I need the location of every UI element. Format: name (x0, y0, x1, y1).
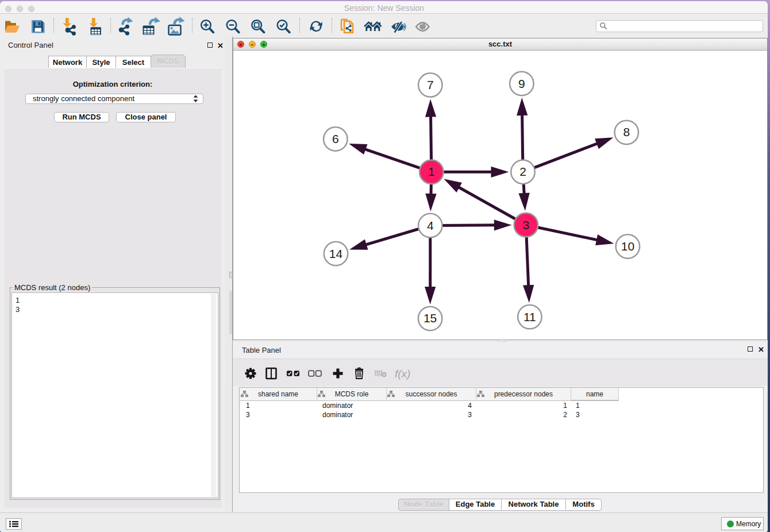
svg-text:1: 1 (428, 165, 435, 178)
svg-text:f(x): f(x) (395, 368, 410, 380)
svg-text:3: 3 (522, 218, 529, 232)
svg-text:8: 8 (623, 125, 630, 138)
svg-text:9: 9 (518, 77, 525, 90)
svg-text:10: 10 (621, 240, 634, 253)
svg-text:7: 7 (427, 78, 434, 91)
svg-text:2: 2 (519, 165, 526, 178)
svg-text:11: 11 (523, 310, 536, 323)
svg-text:14: 14 (329, 247, 343, 260)
svg-text:4: 4 (427, 219, 434, 232)
svg-text:15: 15 (424, 311, 437, 325)
svg-text:6: 6 (332, 132, 339, 145)
